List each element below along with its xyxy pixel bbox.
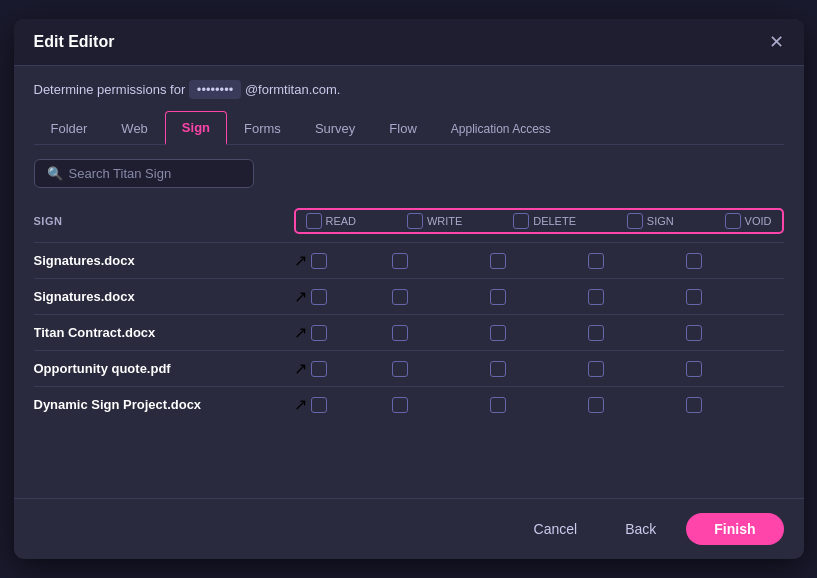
permission-text: Determine permissions for •••••••• @form… bbox=[34, 82, 784, 97]
header-delete-checkbox[interactable] bbox=[513, 213, 529, 229]
permission-suffix: @formtitan.com. bbox=[245, 82, 341, 97]
modal-footer: Cancel Back Finish bbox=[14, 498, 804, 559]
row-filename: Signatures.docx bbox=[34, 289, 135, 304]
table-row: Opportunity quote.pdf ↗ bbox=[34, 350, 784, 386]
external-link-icon[interactable]: ↗ bbox=[294, 287, 307, 306]
user-email-placeholder: •••••••• bbox=[189, 80, 241, 99]
row-3-sign-checkbox[interactable] bbox=[588, 361, 604, 377]
row-4-read-cell: ↗ bbox=[294, 395, 392, 414]
table-row: Signatures.docx ↗ bbox=[34, 242, 784, 278]
row-2-read-cell: ↗ bbox=[294, 323, 392, 342]
row-0-write-checkbox[interactable] bbox=[392, 253, 408, 269]
row-3-read-checkbox[interactable] bbox=[311, 361, 327, 377]
tab-web[interactable]: Web bbox=[104, 112, 165, 144]
row-1-sign-cell bbox=[588, 289, 686, 305]
external-link-icon[interactable]: ↗ bbox=[294, 359, 307, 378]
edit-editor-modal: Edit Editor ✕ Determine permissions for … bbox=[14, 19, 804, 559]
row-4-write-checkbox[interactable] bbox=[392, 397, 408, 413]
search-icon: 🔍 bbox=[47, 166, 63, 181]
header-void-label: VOID bbox=[745, 215, 772, 227]
row-1-void-checkbox[interactable] bbox=[686, 289, 702, 305]
row-2-read-checkbox[interactable] bbox=[311, 325, 327, 341]
cancel-button[interactable]: Cancel bbox=[516, 513, 596, 545]
row-0-delete-cell bbox=[490, 253, 588, 269]
tab-flow[interactable]: Flow bbox=[372, 112, 433, 144]
row-4-write-cell bbox=[392, 397, 490, 413]
row-0-read-cell: ↗ bbox=[294, 251, 392, 270]
row-2-void-cell bbox=[686, 325, 784, 341]
table-header: SIGN READ WRITE DEL bbox=[34, 204, 784, 238]
row-2-void-checkbox[interactable] bbox=[686, 325, 702, 341]
row-0-sign-checkbox[interactable] bbox=[588, 253, 604, 269]
row-0-void-checkbox[interactable] bbox=[686, 253, 702, 269]
row-0-sign-cell bbox=[588, 253, 686, 269]
header-read-checkbox[interactable] bbox=[306, 213, 322, 229]
header-write-checkbox[interactable] bbox=[407, 213, 423, 229]
row-2-delete-cell bbox=[490, 325, 588, 341]
row-3-delete-cell bbox=[490, 361, 588, 377]
row-3-void-cell bbox=[686, 361, 784, 377]
finish-button[interactable]: Finish bbox=[686, 513, 783, 545]
row-4-delete-cell bbox=[490, 397, 588, 413]
modal-header: Edit Editor ✕ bbox=[14, 19, 804, 66]
row-4-sign-checkbox[interactable] bbox=[588, 397, 604, 413]
header-delete-label: DELETE bbox=[533, 215, 576, 227]
external-link-icon[interactable]: ↗ bbox=[294, 395, 307, 414]
back-button[interactable]: Back bbox=[607, 513, 674, 545]
close-button[interactable]: ✕ bbox=[769, 33, 784, 51]
row-3-void-checkbox[interactable] bbox=[686, 361, 702, 377]
header-sign-checkbox[interactable] bbox=[627, 213, 643, 229]
header-void-checkbox[interactable] bbox=[725, 213, 741, 229]
tab-folder[interactable]: Folder bbox=[34, 112, 105, 144]
external-link-icon[interactable]: ↗ bbox=[294, 251, 307, 270]
header-write-label: WRITE bbox=[427, 215, 462, 227]
row-1-sign-checkbox[interactable] bbox=[588, 289, 604, 305]
table-area: SIGN READ WRITE DEL bbox=[34, 204, 784, 482]
row-4-delete-checkbox[interactable] bbox=[490, 397, 506, 413]
row-1-read-checkbox[interactable] bbox=[311, 289, 327, 305]
row-1-delete-cell bbox=[490, 289, 588, 305]
row-1-void-cell bbox=[686, 289, 784, 305]
row-1-delete-checkbox[interactable] bbox=[490, 289, 506, 305]
row-1-write-checkbox[interactable] bbox=[392, 289, 408, 305]
row-name: Dynamic Sign Project.docx bbox=[34, 397, 294, 412]
row-filename: Dynamic Sign Project.docx bbox=[34, 397, 202, 412]
row-filename: Signatures.docx bbox=[34, 253, 135, 268]
row-2-sign-checkbox[interactable] bbox=[588, 325, 604, 341]
modal-body: Determine permissions for •••••••• @form… bbox=[14, 66, 804, 498]
row-4-void-cell bbox=[686, 397, 784, 413]
row-3-sign-cell bbox=[588, 361, 686, 377]
tab-sign[interactable]: Sign bbox=[165, 111, 227, 145]
row-4-read-checkbox[interactable] bbox=[311, 397, 327, 413]
tab-app-access[interactable]: Application Access bbox=[434, 113, 568, 144]
row-2-delete-checkbox[interactable] bbox=[490, 325, 506, 341]
header-read-label: READ bbox=[326, 215, 357, 227]
row-4-sign-cell bbox=[588, 397, 686, 413]
table-row: Titan Contract.docx ↗ bbox=[34, 314, 784, 350]
row-0-write-cell bbox=[392, 253, 490, 269]
row-3-read-cell: ↗ bbox=[294, 359, 392, 378]
header-read-cell: READ bbox=[306, 213, 357, 229]
header-sign-label: SIGN bbox=[647, 215, 674, 227]
row-2-write-checkbox[interactable] bbox=[392, 325, 408, 341]
row-2-write-cell bbox=[392, 325, 490, 341]
header-sign-cell: SIGN bbox=[627, 213, 674, 229]
row-3-write-checkbox[interactable] bbox=[392, 361, 408, 377]
table-row: Signatures.docx ↗ bbox=[34, 278, 784, 314]
external-link-icon[interactable]: ↗ bbox=[294, 323, 307, 342]
row-name: Signatures.docx bbox=[34, 253, 294, 268]
row-4-void-checkbox[interactable] bbox=[686, 397, 702, 413]
search-input[interactable] bbox=[69, 166, 241, 181]
header-checkboxes-wrapper: READ WRITE DELETE SIGN bbox=[294, 208, 784, 234]
modal-title: Edit Editor bbox=[34, 33, 115, 51]
table-row: Dynamic Sign Project.docx ↗ bbox=[34, 386, 784, 422]
tab-forms[interactable]: Forms bbox=[227, 112, 298, 144]
row-0-delete-checkbox[interactable] bbox=[490, 253, 506, 269]
row-name: Opportunity quote.pdf bbox=[34, 361, 294, 376]
row-3-write-cell bbox=[392, 361, 490, 377]
row-0-read-checkbox[interactable] bbox=[311, 253, 327, 269]
row-1-write-cell bbox=[392, 289, 490, 305]
header-write-cell: WRITE bbox=[407, 213, 462, 229]
tab-survey[interactable]: Survey bbox=[298, 112, 372, 144]
row-3-delete-checkbox[interactable] bbox=[490, 361, 506, 377]
